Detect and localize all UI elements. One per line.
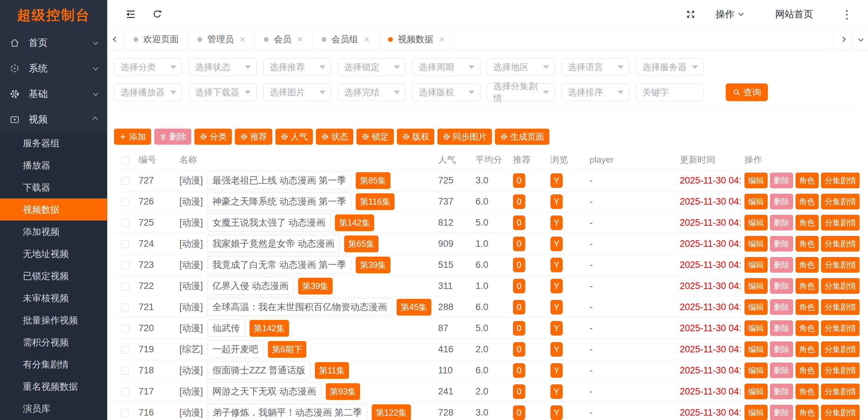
filter-select[interactable]: 选择语言	[561, 58, 629, 76]
episode-plot-button[interactable]: 分集剧情	[821, 236, 859, 252]
tab[interactable]: 会员 ×	[255, 29, 312, 50]
row-checkbox[interactable]	[121, 240, 129, 248]
row-checkbox[interactable]	[121, 325, 129, 333]
video-title[interactable]: 女魔王说我太强了 动态漫画	[207, 214, 331, 231]
episode-plot-button[interactable]: 分集剧情	[821, 299, 859, 315]
recommend-badge[interactable]: 0	[513, 363, 525, 378]
video-title[interactable]: 亿界入侵 动态漫画	[207, 277, 294, 295]
video-title[interactable]: 网游之天下无双 动态漫画	[207, 383, 321, 400]
episode-plot-button[interactable]: 分集剧情	[821, 384, 859, 399]
role-button[interactable]: 角色	[795, 299, 819, 315]
role-button[interactable]: 角色	[795, 278, 819, 294]
video-title[interactable]: 一起开麦吧	[207, 340, 263, 358]
delete-button[interactable]: 删除	[770, 278, 793, 294]
episode-plot-button[interactable]: 分集剧情	[821, 215, 859, 230]
row-checkbox[interactable]	[121, 198, 129, 206]
close-icon[interactable]: ×	[240, 34, 245, 45]
recommend-badge[interactable]: 0	[513, 258, 525, 272]
sidebar-subitem[interactable]: 有分集剧情	[0, 353, 107, 375]
edit-button[interactable]: 编辑	[744, 215, 768, 230]
kebab-menu-icon[interactable]: ⋮	[841, 9, 853, 20]
toolbar-button[interactable]: 添加	[114, 129, 151, 145]
delete-button[interactable]: 删除	[770, 257, 793, 273]
toolbar-button[interactable]: 推荐	[235, 129, 272, 145]
role-button[interactable]: 角色	[795, 257, 819, 273]
role-button[interactable]: 角色	[795, 405, 819, 420]
role-button[interactable]: 角色	[795, 236, 819, 252]
filter-select[interactable]: 选择地区	[487, 58, 555, 76]
sidebar-subitem[interactable]: 无地址视频	[0, 243, 107, 265]
sidebar-subitem[interactable]: 已锁定视频	[0, 265, 107, 287]
video-title[interactable]: 仙武传	[207, 319, 245, 337]
sidebar-subitem[interactable]: 需积分视频	[0, 331, 107, 353]
sidebar-subitem[interactable]: 视频数据	[0, 198, 107, 221]
edit-button[interactable]: 编辑	[744, 257, 768, 273]
filter-select[interactable]: 选择周期	[412, 58, 480, 76]
recommend-badge[interactable]: 0	[513, 342, 525, 357]
tabs-scroll-left-button[interactable]	[107, 29, 124, 50]
row-checkbox[interactable]	[121, 346, 129, 354]
close-icon[interactable]: ×	[364, 34, 369, 45]
filter-select[interactable]: 选择分集剧情	[487, 83, 555, 101]
delete-button[interactable]: 删除	[770, 299, 793, 315]
search-button[interactable]: 查询	[726, 83, 768, 101]
sidebar-item-home[interactable]: 首页	[0, 30, 107, 55]
row-checkbox[interactable]	[121, 219, 129, 227]
video-title[interactable]: 假面骑士ZZZ 普通话版	[207, 361, 310, 379]
views-badge[interactable]: Y	[550, 321, 563, 336]
edit-button[interactable]: 编辑	[744, 299, 768, 315]
refresh-icon[interactable]	[152, 9, 162, 19]
role-button[interactable]: 角色	[795, 215, 819, 230]
delete-button[interactable]: 删除	[770, 320, 793, 336]
role-button[interactable]: 角色	[795, 194, 819, 209]
sidebar-subitem[interactable]: 服务器组	[0, 132, 107, 154]
recommend-badge[interactable]: 0	[513, 321, 525, 336]
sidebar-item-video[interactable]: 视频	[0, 107, 107, 132]
toolbar-button[interactable]: 状态	[316, 129, 353, 145]
views-badge[interactable]: Y	[550, 384, 563, 399]
toolbar-button[interactable]: 同步图片	[437, 129, 492, 145]
views-badge[interactable]: Y	[550, 279, 563, 293]
recommend-badge[interactable]: 0	[513, 279, 525, 293]
sidebar-subitem[interactable]: 重名视频数据	[0, 375, 107, 398]
filter-select[interactable]: 选择下载器	[189, 83, 257, 101]
filter-select[interactable]: 选择图片	[263, 83, 331, 101]
views-badge[interactable]: Y	[550, 173, 563, 188]
episode-plot-button[interactable]: 分集剧情	[821, 362, 859, 378]
video-title[interactable]: 弟子修炼，我躺平！动态漫画 第二季	[207, 404, 367, 420]
close-icon[interactable]: ×	[439, 34, 445, 45]
close-icon[interactable]: ×	[297, 34, 303, 45]
row-checkbox[interactable]	[121, 177, 129, 185]
filter-select[interactable]: 选择排序	[561, 83, 629, 101]
sidebar-item-base[interactable]: 基础	[0, 81, 107, 107]
filter-select[interactable]: 选择服务器	[636, 58, 704, 76]
delete-button[interactable]: 删除	[770, 341, 793, 357]
edit-button[interactable]: 编辑	[744, 405, 768, 420]
row-checkbox[interactable]	[121, 367, 129, 375]
video-title[interactable]: 全球高温：我在末世囤积百亿物资动态漫画	[207, 298, 392, 316]
views-badge[interactable]: Y	[550, 258, 563, 272]
episode-plot-button[interactable]: 分集剧情	[821, 278, 859, 294]
delete-button[interactable]: 删除	[770, 384, 793, 399]
tabs-scroll-right-button[interactable]	[833, 29, 852, 50]
episode-plot-button[interactable]: 分集剧情	[821, 257, 859, 273]
recommend-badge[interactable]: 0	[513, 237, 525, 251]
sidebar-subitem[interactable]: 添加视频	[0, 221, 107, 243]
collapse-sidebar-icon[interactable]	[125, 9, 136, 20]
fullscreen-icon[interactable]	[686, 9, 696, 19]
views-badge[interactable]: Y	[550, 194, 563, 209]
toolbar-button[interactable]: 删除	[154, 129, 191, 145]
recommend-badge[interactable]: 0	[513, 215, 525, 230]
delete-button[interactable]: 删除	[770, 362, 793, 378]
role-button[interactable]: 角色	[795, 173, 819, 188]
views-badge[interactable]: Y	[550, 342, 563, 357]
tab[interactable]: 欢迎页面	[124, 29, 188, 50]
tabs-menu-button[interactable]	[852, 29, 868, 50]
recommend-badge[interactable]: 0	[513, 300, 525, 314]
delete-button[interactable]: 删除	[770, 405, 793, 420]
tab[interactable]: 视频数据 ×	[379, 29, 454, 50]
toolbar-button[interactable]: 版权	[397, 129, 434, 145]
recommend-badge[interactable]: 0	[513, 384, 525, 399]
edit-button[interactable]: 编辑	[744, 320, 768, 336]
sidebar-subitem[interactable]: 播放器	[0, 154, 107, 176]
